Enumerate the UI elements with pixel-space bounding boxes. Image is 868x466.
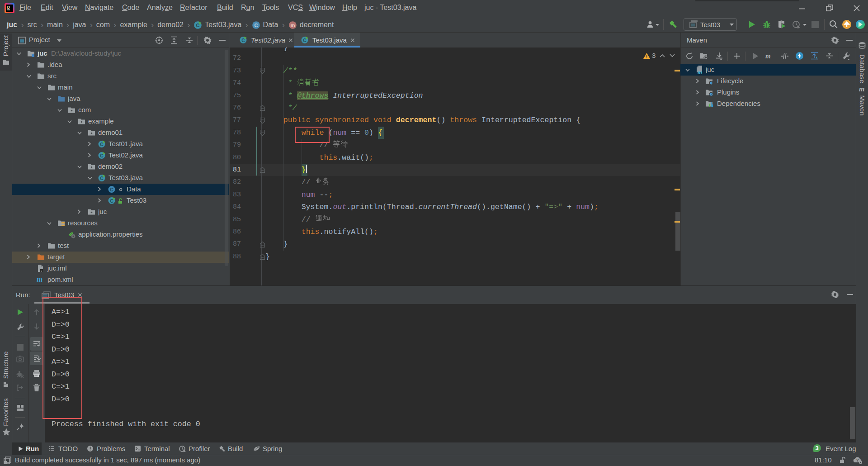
svg-text:?: ? — [856, 458, 859, 462]
svg-text:m: m — [698, 69, 702, 75]
svg-text:m: m — [765, 53, 771, 59]
svg-text:m: m — [37, 275, 42, 284]
svg-text:m: m — [859, 86, 864, 93]
svg-text:m: m — [290, 22, 295, 28]
svg-text:C: C — [110, 187, 113, 192]
svg-text:IJ: IJ — [7, 5, 10, 10]
svg-text:C: C — [254, 22, 258, 28]
